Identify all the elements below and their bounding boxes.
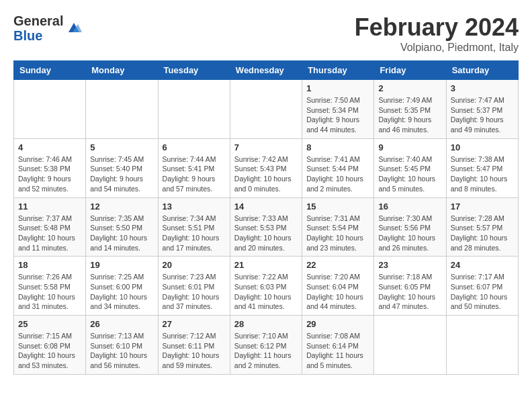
weekday-header-thursday: Thursday	[302, 61, 374, 80]
calendar-week-4: 18Sunrise: 7:26 AM Sunset: 5:58 PM Dayli…	[14, 257, 519, 316]
day-number: 26	[90, 319, 153, 329]
calendar-cell: 7Sunrise: 7:42 AM Sunset: 5:43 PM Daylig…	[230, 138, 302, 197]
day-number: 13	[163, 201, 226, 212]
logo-general: General	[13, 13, 63, 28]
calendar-cell: 20Sunrise: 7:23 AM Sunset: 6:01 PM Dayli…	[158, 257, 230, 316]
day-info: Sunrise: 7:45 AM Sunset: 5:40 PM Dayligh…	[90, 154, 153, 194]
day-info: Sunrise: 7:47 AM Sunset: 5:37 PM Dayligh…	[451, 95, 514, 135]
day-info: Sunrise: 7:34 AM Sunset: 5:51 PM Dayligh…	[163, 214, 226, 253]
day-info: Sunrise: 7:20 AM Sunset: 6:04 PM Dayligh…	[306, 272, 369, 312]
calendar-cell	[14, 80, 86, 139]
day-number: 19	[90, 260, 153, 270]
day-info: Sunrise: 7:37 AM Sunset: 5:48 PM Dayligh…	[18, 214, 81, 253]
weekday-header-wednesday: Wednesday	[230, 61, 302, 80]
location: Volpiano, Piedmont, Italy	[355, 42, 519, 54]
day-info: Sunrise: 7:41 AM Sunset: 5:44 PM Dayligh…	[306, 154, 369, 194]
day-number: 12	[90, 201, 153, 212]
calendar-cell: 26Sunrise: 7:13 AM Sunset: 6:10 PM Dayli…	[86, 316, 158, 375]
day-info: Sunrise: 7:35 AM Sunset: 5:50 PM Dayligh…	[90, 214, 153, 253]
calendar-cell: 5Sunrise: 7:45 AM Sunset: 5:40 PM Daylig…	[86, 138, 158, 197]
day-info: Sunrise: 7:23 AM Sunset: 6:01 PM Dayligh…	[163, 272, 226, 312]
calendar-cell: 17Sunrise: 7:28 AM Sunset: 5:57 PM Dayli…	[446, 197, 518, 257]
day-number: 25	[18, 319, 81, 329]
day-info: Sunrise: 7:33 AM Sunset: 5:53 PM Dayligh…	[234, 214, 298, 253]
calendar-cell: 23Sunrise: 7:18 AM Sunset: 6:05 PM Dayli…	[374, 257, 446, 316]
weekday-header-tuesday: Tuesday	[158, 61, 230, 80]
calendar-cell: 18Sunrise: 7:26 AM Sunset: 5:58 PM Dayli…	[14, 257, 86, 316]
day-number: 21	[234, 260, 298, 270]
day-info: Sunrise: 7:12 AM Sunset: 6:11 PM Dayligh…	[163, 331, 226, 371]
day-info: Sunrise: 7:28 AM Sunset: 5:57 PM Dayligh…	[451, 214, 514, 253]
title-block: February 2024 Volpiano, Piedmont, Italy	[355, 13, 519, 54]
calendar-cell: 24Sunrise: 7:17 AM Sunset: 6:07 PM Dayli…	[446, 257, 518, 316]
calendar-cell: 15Sunrise: 7:31 AM Sunset: 5:54 PM Dayli…	[302, 197, 374, 257]
calendar-week-2: 4Sunrise: 7:46 AM Sunset: 5:38 PM Daylig…	[14, 138, 519, 197]
day-info: Sunrise: 7:49 AM Sunset: 5:35 PM Dayligh…	[378, 95, 441, 135]
day-number: 23	[378, 260, 441, 270]
day-number: 24	[451, 260, 514, 270]
calendar-cell: 8Sunrise: 7:41 AM Sunset: 5:44 PM Daylig…	[302, 138, 374, 197]
calendar-cell	[86, 80, 158, 139]
day-number: 17	[451, 201, 514, 212]
calendar-cell: 2Sunrise: 7:49 AM Sunset: 5:35 PM Daylig…	[374, 80, 446, 139]
calendar-cell: 6Sunrise: 7:44 AM Sunset: 5:41 PM Daylig…	[158, 138, 230, 197]
day-number: 8	[306, 142, 369, 152]
calendar-cell: 16Sunrise: 7:30 AM Sunset: 5:56 PM Dayli…	[374, 197, 446, 257]
calendar-cell: 1Sunrise: 7:50 AM Sunset: 5:34 PM Daylig…	[302, 80, 374, 139]
day-info: Sunrise: 7:10 AM Sunset: 6:12 PM Dayligh…	[234, 331, 298, 371]
weekday-header-saturday: Saturday	[446, 61, 518, 80]
calendar-table: SundayMondayTuesdayWednesdayThursdayFrid…	[13, 60, 519, 375]
day-number: 14	[234, 201, 298, 212]
day-number: 5	[90, 142, 153, 152]
calendar-cell: 25Sunrise: 7:15 AM Sunset: 6:08 PM Dayli…	[14, 316, 86, 375]
day-info: Sunrise: 7:17 AM Sunset: 6:07 PM Dayligh…	[451, 272, 514, 312]
day-info: Sunrise: 7:15 AM Sunset: 6:08 PM Dayligh…	[18, 331, 81, 371]
calendar-cell: 3Sunrise: 7:47 AM Sunset: 5:37 PM Daylig…	[446, 80, 518, 139]
day-info: Sunrise: 7:13 AM Sunset: 6:10 PM Dayligh…	[90, 331, 153, 371]
day-number: 27	[163, 319, 226, 329]
day-info: Sunrise: 7:46 AM Sunset: 5:38 PM Dayligh…	[18, 154, 81, 194]
day-number: 15	[306, 201, 369, 212]
day-info: Sunrise: 7:08 AM Sunset: 6:14 PM Dayligh…	[306, 331, 369, 371]
logo-blue: Blue	[13, 28, 42, 43]
day-info: Sunrise: 7:30 AM Sunset: 5:56 PM Dayligh…	[378, 214, 441, 253]
day-number: 22	[306, 260, 369, 270]
day-info: Sunrise: 7:44 AM Sunset: 5:41 PM Dayligh…	[163, 154, 226, 194]
calendar-cell: 27Sunrise: 7:12 AM Sunset: 6:11 PM Dayli…	[158, 316, 230, 375]
calendar-week-3: 11Sunrise: 7:37 AM Sunset: 5:48 PM Dayli…	[14, 197, 519, 257]
weekday-header-monday: Monday	[86, 61, 158, 80]
calendar-cell: 4Sunrise: 7:46 AM Sunset: 5:38 PM Daylig…	[14, 138, 86, 197]
calendar-week-1: 1Sunrise: 7:50 AM Sunset: 5:34 PM Daylig…	[14, 80, 519, 139]
calendar-cell: 13Sunrise: 7:34 AM Sunset: 5:51 PM Dayli…	[158, 197, 230, 257]
day-number: 2	[378, 83, 441, 93]
day-number: 7	[234, 142, 298, 152]
calendar-cell: 10Sunrise: 7:38 AM Sunset: 5:47 PM Dayli…	[446, 138, 518, 197]
day-info: Sunrise: 7:22 AM Sunset: 6:03 PM Dayligh…	[234, 272, 298, 312]
day-info: Sunrise: 7:18 AM Sunset: 6:05 PM Dayligh…	[378, 272, 441, 312]
day-number: 29	[306, 319, 369, 329]
day-number: 28	[234, 319, 298, 329]
logo-icon	[66, 20, 82, 36]
calendar-header-row: SundayMondayTuesdayWednesdayThursdayFrid…	[14, 61, 519, 80]
day-info: Sunrise: 7:40 AM Sunset: 5:45 PM Dayligh…	[378, 154, 441, 194]
day-info: Sunrise: 7:26 AM Sunset: 5:58 PM Dayligh…	[18, 272, 81, 312]
day-info: Sunrise: 7:42 AM Sunset: 5:43 PM Dayligh…	[234, 154, 298, 194]
calendar-cell	[446, 316, 518, 375]
day-number: 20	[163, 260, 226, 270]
day-number: 10	[451, 142, 514, 152]
day-info: Sunrise: 7:50 AM Sunset: 5:34 PM Dayligh…	[306, 95, 369, 135]
day-number: 9	[378, 142, 441, 152]
calendar-cell	[374, 316, 446, 375]
day-number: 3	[451, 83, 514, 93]
day-number: 4	[18, 142, 81, 152]
calendar-cell: 22Sunrise: 7:20 AM Sunset: 6:04 PM Dayli…	[302, 257, 374, 316]
calendar-cell: 9Sunrise: 7:40 AM Sunset: 5:45 PM Daylig…	[374, 138, 446, 197]
calendar-cell: 21Sunrise: 7:22 AM Sunset: 6:03 PM Dayli…	[230, 257, 302, 316]
weekday-header-sunday: Sunday	[14, 61, 86, 80]
calendar-cell: 14Sunrise: 7:33 AM Sunset: 5:53 PM Dayli…	[230, 197, 302, 257]
calendar-cell: 28Sunrise: 7:10 AM Sunset: 6:12 PM Dayli…	[230, 316, 302, 375]
logo: General Blue	[13, 13, 82, 43]
calendar-cell	[230, 80, 302, 139]
day-number: 11	[18, 201, 81, 212]
day-number: 6	[163, 142, 226, 152]
